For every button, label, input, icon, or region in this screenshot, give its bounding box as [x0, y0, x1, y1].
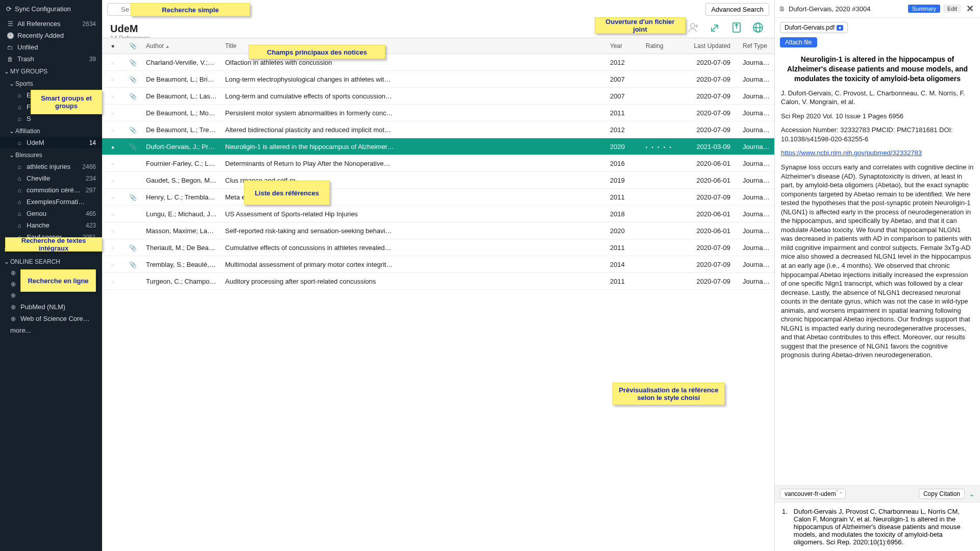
col-updated[interactable]: Last Updated [682, 38, 739, 54]
trash[interactable]: 🗑Trash39 [0, 53, 102, 65]
blessures-item[interactable]: ⌂Hanche423 [0, 219, 102, 231]
chevron-down-icon: ⌄ [9, 80, 15, 87]
pdf-attachment[interactable]: Dufort-Gervais.pdf▾ [780, 22, 848, 33]
table-row[interactable]: 📎Theriault, M.; De Beau…Cumulative effec… [102, 239, 774, 256]
row-attachment [124, 109, 142, 117]
table-row[interactable]: 📎Henry, L. C.; Tremblay,…Meta erican foo… [102, 189, 774, 206]
row-updated: 2020-07-09 [682, 88, 739, 104]
globe-icon: ⊕ [9, 304, 17, 311]
paperclip-icon: 📎 [129, 244, 137, 252]
close-icon[interactable]: ✕ [964, 3, 976, 14]
table-row[interactable]: 📎De Beaumont, L.; Tre…Altered bidirectio… [102, 121, 774, 138]
row-type: Journal A [739, 240, 774, 256]
affiliation-group[interactable]: ⌄Affiliation [0, 124, 102, 137]
clock-icon: 🕘 [6, 32, 14, 39]
web-icon[interactable] [751, 20, 765, 35]
table-row[interactable]: 📎Charland-Verville, V.;…Olfaction in ath… [102, 54, 774, 71]
col-status[interactable]: ● [102, 38, 124, 54]
detail-reference: Dufort-Gervais, 2020 #3004 [789, 5, 905, 13]
udem-group[interactable]: ⌂UdeM14 [0, 137, 102, 148]
online-more[interactable]: more... [0, 324, 102, 336]
all-references[interactable]: ☰All References2634 [0, 18, 102, 30]
row-updated: 2020-07-09 [682, 257, 739, 272]
share-icon[interactable] [708, 20, 722, 35]
row-title: Auditory processing after sport-related … [221, 273, 606, 289]
table-row[interactable]: Turgeon, C.; Champo…Auditory processing … [102, 273, 774, 290]
blessures-item[interactable]: ⌂ExemplesFormati… [0, 196, 102, 208]
col-author[interactable]: Author [142, 38, 221, 54]
table-row[interactable]: 📎De Beaumont, L.; Lass…Long-term and cum… [102, 88, 774, 105]
expand-icon[interactable]: ⌄ [969, 490, 975, 498]
sports-child-3[interactable]: ⌂S [0, 113, 102, 124]
row-author: Gaudet, S.; Begon, M.;… [142, 172, 221, 188]
row-type: Journal A [739, 88, 774, 104]
group-icon: ⌂ [15, 115, 23, 122]
sports-child-label: S [27, 115, 96, 122]
advanced-search-button[interactable]: Advanced Search [705, 3, 769, 16]
paperclip-icon: 📎 [129, 59, 137, 66]
table-row[interactable]: Gaudet, S.; Begon, M.;…Clus rmance and s… [102, 172, 774, 189]
pubmed-label: PubMed (NLM) [20, 303, 96, 311]
row-title: Persistent motor system abnormalities in… [221, 105, 606, 121]
group-icon: ⌂ [15, 222, 23, 229]
row-status [102, 206, 124, 222]
export-icon[interactable] [729, 20, 744, 35]
row-status [102, 189, 124, 205]
blessures-group[interactable]: ⌄Blessures [0, 148, 102, 161]
row-status [102, 139, 124, 155]
paperclip-icon: 📎 [129, 93, 137, 100]
blessures-item[interactable]: ⌂commotion céré…297 [0, 184, 102, 196]
table-row[interactable]: 📎Tremblay, S.; Beaulé,…Multimodal assess… [102, 256, 774, 273]
pdf-dropdown-icon[interactable]: ▾ [837, 25, 843, 31]
col-rating[interactable]: Rating [642, 38, 682, 54]
my-groups-section[interactable]: ⌄MY GROUPS [0, 65, 102, 77]
col-attachment[interactable]: 📎 [124, 38, 142, 54]
sync-icon: ⟳ [6, 5, 12, 13]
row-type: Journal A [739, 172, 774, 188]
row-author: Turgeon, C.; Champo… [142, 273, 221, 289]
recently-added[interactable]: 🕘Recently Added [0, 30, 102, 41]
table-row[interactable]: 📎De Beaumont, L.; Bris…Long-term electro… [102, 71, 774, 88]
row-type: Journal A [739, 105, 774, 121]
add-user-icon[interactable] [687, 20, 701, 35]
edit-tab[interactable]: Edit [943, 5, 961, 13]
detail-url[interactable]: https://www.ncbi.nlm.nih.gov/pubmed/3233… [781, 149, 922, 157]
row-year: 2011 [606, 240, 642, 256]
group-icon: ⌂ [15, 175, 23, 182]
table-row[interactable]: Fournier-Farley, C.; La…Determinants of … [102, 155, 774, 172]
all-references-count: 2634 [82, 20, 96, 28]
wos-label: Web of Science Core… [20, 315, 96, 322]
online-wos[interactable]: ⊕Web of Science Core… [0, 313, 102, 324]
udem-label: UdeM [27, 139, 89, 146]
online-pubmed[interactable]: ⊕PubMed (NLM) [0, 301, 102, 313]
blessures-item[interactable]: ⌂Genou465 [0, 208, 102, 219]
attach-file-button[interactable]: Attach file [780, 37, 817, 47]
citation-style-dropdown[interactable]: vancouver-fr-udem [780, 489, 846, 499]
table-row[interactable]: De Beaumont, L.; Mon…Persistent motor sy… [102, 105, 774, 121]
col-year[interactable]: Year [606, 38, 642, 54]
row-rating [642, 210, 682, 218]
callout-groups: Smart groups et groups [31, 90, 102, 114]
unfiled-label: Unfiled [17, 43, 96, 51]
row-rating [642, 109, 682, 117]
table-row[interactable]: Masson, Maxime; Lam…Self-reported risk-t… [102, 222, 774, 239]
table-row[interactable]: Lungu, E.; Michaud, J.…US Assessment of … [102, 206, 774, 222]
unfiled[interactable]: 🗀Unfiled [0, 41, 102, 53]
blessures-item[interactable]: ⌂athletic injuries2466 [0, 161, 102, 172]
sports-group[interactable]: ⌄Sports [0, 77, 102, 89]
table-row[interactable]: 📎Dufort-Gervais, J.; Pro…Neuroligin-1 is… [102, 138, 774, 155]
summary-tab[interactable]: Summary [908, 5, 940, 13]
row-title: Self-reported risk-taking and sensation-… [221, 223, 606, 239]
row-author: Dufort-Gervais, J.; Pro… [142, 139, 221, 155]
online-search-section[interactable]: ⌄ONLINE SEARCH [0, 255, 102, 267]
item-label: athletic injuries [27, 163, 82, 170]
row-year: 2007 [606, 88, 642, 104]
sync-config[interactable]: ⟳Sync Configuration [0, 0, 102, 18]
globe-icon: ⊕ [9, 281, 17, 288]
copy-citation-button[interactable]: Copy Citation [919, 489, 965, 499]
row-type: Journal A [739, 206, 774, 222]
col-type[interactable]: Ref Type [739, 38, 774, 54]
callout-fields: Champs principaux des notices [249, 45, 385, 59]
blessures-item[interactable]: ⌂Cheville234 [0, 172, 102, 184]
trash-icon: 🗑 [6, 56, 14, 63]
